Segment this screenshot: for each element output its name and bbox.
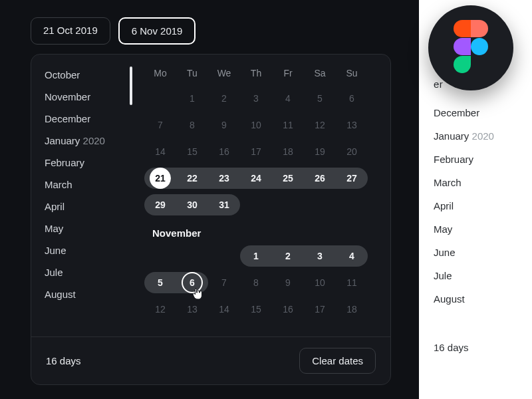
day-4[interactable]: 4 [272, 85, 304, 112]
day-18[interactable]: 18 [272, 138, 304, 165]
weekday-sa: Sa [304, 64, 336, 82]
light-month-february[interactable]: February [434, 148, 532, 171]
day-12[interactable]: 12 [144, 296, 176, 323]
figma-icon [453, 20, 489, 76]
day-15[interactable]: 15 [176, 138, 208, 165]
day-25[interactable]: 25 [272, 165, 304, 192]
light-month-january[interactable]: January 2020 [434, 124, 532, 148]
day-13[interactable]: 13 [336, 112, 368, 138]
day-empty [144, 85, 176, 112]
month-item-jule[interactable]: Jule [45, 261, 136, 283]
weekday-tu: Tu [176, 64, 208, 82]
day-30[interactable]: 30 [176, 192, 208, 218]
day-8[interactable]: 8 [240, 269, 272, 296]
weekday-we: We [208, 64, 240, 82]
light-month-may[interactable]: May [434, 217, 532, 241]
day-6[interactable]: 6 [336, 85, 368, 112]
start-date-chip[interactable]: 21 Oct 2019 [31, 17, 110, 45]
day-16[interactable]: 16 [208, 138, 240, 165]
day-31[interactable]: 31 [208, 192, 240, 218]
light-month-jule[interactable]: Jule [434, 264, 532, 287]
day-7[interactable]: 7 [144, 112, 176, 138]
popover-footer: 16 days Clear dates [31, 336, 390, 384]
day-24[interactable]: 24 [240, 165, 272, 192]
day-22[interactable]: 22 [176, 165, 208, 192]
month-item-august[interactable]: August [45, 283, 136, 305]
day-17[interactable]: 17 [304, 296, 336, 323]
light-month-december[interactable]: December [434, 101, 532, 124]
light-day-count: 16 days [434, 342, 469, 353]
day-14[interactable]: 14 [208, 296, 240, 323]
light-month-march[interactable]: March [434, 171, 532, 194]
day-29[interactable]: 29 [144, 192, 176, 218]
day-12[interactable]: 12 [304, 112, 336, 138]
day-9[interactable]: 9 [272, 269, 304, 296]
day-empty [240, 192, 272, 218]
month-item-november[interactable]: November [45, 86, 136, 108]
day-10[interactable]: 10 [240, 112, 272, 138]
day-8[interactable]: 8 [176, 112, 208, 138]
day-16[interactable]: 16 [272, 296, 304, 323]
day-6[interactable]: 6 [176, 269, 208, 296]
weekday-mo: Mo [144, 64, 176, 82]
october-grid: 1234567891011121314151617181920212223242… [144, 85, 378, 218]
day-empty [336, 192, 368, 218]
day-5[interactable]: 5 [304, 85, 336, 112]
month-item-peek: er [434, 78, 443, 90]
light-panel: er DecemberJanuary 2020FebruaryMarchApri… [419, 0, 532, 399]
weekday-th: Th [240, 64, 272, 82]
month-list[interactable]: OctoberNovemberDecemberJanuary 2020Febru… [31, 55, 136, 336]
day-empty [272, 192, 304, 218]
light-month-june[interactable]: June [434, 241, 532, 264]
month-item-february[interactable]: February [45, 152, 136, 174]
month-item-may[interactable]: May [45, 217, 136, 239]
day-4[interactable]: 4 [336, 243, 368, 269]
day-empty [176, 243, 208, 269]
day-11[interactable]: 11 [336, 269, 368, 296]
month-item-december[interactable]: December [45, 108, 136, 130]
clear-dates-button[interactable]: Clear dates [299, 348, 376, 374]
day-empty [208, 243, 240, 269]
month-item-march[interactable]: March [45, 174, 136, 196]
day-1[interactable]: 1 [176, 85, 208, 112]
day-21[interactable]: 21 [144, 165, 176, 192]
day-15[interactable]: 15 [240, 296, 272, 323]
day-14[interactable]: 14 [144, 138, 176, 165]
day-27[interactable]: 27 [336, 165, 368, 192]
november-grid: 123456789101112131415161718 [144, 243, 378, 323]
day-17[interactable]: 17 [240, 138, 272, 165]
day-23[interactable]: 23 [208, 165, 240, 192]
day-7[interactable]: 7 [208, 269, 240, 296]
day-1[interactable]: 1 [240, 243, 272, 269]
month-item-october[interactable]: October [45, 64, 136, 86]
date-range-chips: 21 Oct 2019 6 Nov 2019 [31, 17, 388, 45]
light-month-august[interactable]: August [434, 287, 532, 311]
dark-panel: 21 Oct 2019 6 Nov 2019 OctoberNovemberDe… [0, 0, 419, 399]
day-3[interactable]: 3 [240, 85, 272, 112]
light-month-april[interactable]: April [434, 194, 532, 217]
month-heading-november: November [144, 218, 378, 245]
figma-badge [428, 5, 513, 90]
day-26[interactable]: 26 [304, 165, 336, 192]
cursor-icon [193, 288, 202, 300]
day-2[interactable]: 2 [272, 243, 304, 269]
scrollbar[interactable] [130, 66, 132, 122]
day-20[interactable]: 20 [336, 138, 368, 165]
weekday-su: Su [336, 64, 368, 82]
month-item-june[interactable]: June [45, 239, 136, 261]
light-month-list: DecemberJanuary 2020FebruaryMarchAprilMa… [434, 101, 532, 311]
day-3[interactable]: 3 [304, 243, 336, 269]
day-5[interactable]: 5 [144, 269, 176, 296]
weekday-header: MoTuWeThFrSaSu [144, 64, 378, 82]
day-2[interactable]: 2 [208, 85, 240, 112]
day-empty [144, 243, 176, 269]
svg-point-0 [471, 38, 488, 55]
day-19[interactable]: 19 [304, 138, 336, 165]
end-date-chip[interactable]: 6 Nov 2019 [118, 17, 196, 45]
month-item-january[interactable]: January 2020 [45, 130, 136, 152]
day-11[interactable]: 11 [272, 112, 304, 138]
day-9[interactable]: 9 [208, 112, 240, 138]
day-18[interactable]: 18 [336, 296, 368, 323]
day-10[interactable]: 10 [304, 269, 336, 296]
month-item-april[interactable]: April [45, 196, 136, 217]
